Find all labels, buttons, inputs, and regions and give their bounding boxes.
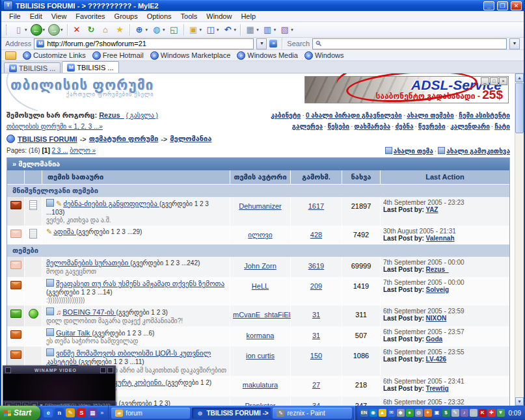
tray-icon-1[interactable]: ◉	[370, 409, 377, 417]
menu-view[interactable]: View	[47, 12, 71, 21]
task-paint[interactable]: ✎reznix - Paint	[273, 408, 351, 419]
toolbar-resize-button[interactable]: ◱	[167, 24, 181, 36]
winamp-minimize-icon[interactable]	[100, 367, 106, 373]
topic-replies-link[interactable]: 428	[310, 231, 322, 239]
tab-2[interactable]: MTBILISIS ...	[62, 61, 118, 73]
quicklaunch-icon-2[interactable]: ✎	[66, 408, 75, 417]
menu-edit[interactable]: Edit	[26, 12, 46, 21]
address-input[interactable]: M http://forum.ge/?showforum=21	[34, 38, 254, 49]
tray-icon-11[interactable]: ♪	[461, 409, 468, 417]
action-new-poll[interactable]: ახალი გამოკითხვა	[446, 148, 510, 155]
menu-help[interactable]: Help	[237, 12, 260, 21]
topic-replies-link[interactable]: 27	[312, 381, 320, 389]
page-scrollbar[interactable]: ▲ ▼	[515, 73, 524, 406]
search-input[interactable]: 🔍︎	[312, 38, 507, 49]
header-link-დახმარება[interactable]: დახმარება	[354, 123, 390, 130]
toolbar-folders-button[interactable]: ▣▾	[187, 24, 204, 36]
tray-icon-0[interactable]: EN	[360, 409, 368, 417]
topic-author-link[interactable]: John Zorn	[244, 262, 276, 270]
username-link[interactable]: Rezus_	[99, 111, 124, 119]
breadcrumb-root[interactable]: TBILISIS FORUMI	[18, 135, 77, 143]
topic-replies-link[interactable]: 3619	[308, 262, 324, 270]
topic-title-link[interactable]: შეაფასეთ თუ რას უსმენს ამჟამად თქვენს ზე…	[56, 280, 224, 287]
topic-author-link[interactable]: ილოვი	[248, 231, 272, 239]
topic-author-link[interactable]: mCvanE_shtaFiEli_	[233, 311, 296, 319]
topic-author-link[interactable]: makulatura	[243, 381, 278, 389]
menu-file[interactable]: File	[5, 12, 25, 21]
last-post-author-link[interactable]: YAZ	[425, 206, 438, 213]
banner-control-2[interactable]: ×	[499, 77, 507, 85]
adsl-banner[interactable]: ADSL-Service სააბონენტო გადასახადი - 25$…	[304, 76, 509, 103]
breadcrumb-leaf[interactable]: მელომანია	[170, 135, 211, 143]
toolbar-tile-windows-button[interactable]: ▥▾	[261, 24, 278, 36]
tray-icon-3[interactable]: ✉	[388, 409, 396, 417]
header-link-წესები[interactable]: წესები	[327, 123, 349, 130]
last-page-link[interactable]: ბოლო »	[70, 147, 96, 154]
breadcrumb-mid[interactable]: თემატური ფორუმი	[89, 135, 158, 143]
header-link-0-ახალი-პირადი-გზავნილები[interactable]: 0 ახალი პირადი გზავნილები	[306, 112, 402, 119]
tray-icon-10[interactable]: ✎	[451, 409, 459, 417]
winamp-video-window[interactable]: WINAMP VIDEO ⊞ 1x 2x ▤ ▼ DShow(MPEG): Vi…	[3, 365, 116, 406]
link-windows-marketplace[interactable]: eWindows Marketplace	[150, 51, 231, 60]
maximize-button[interactable]: ❐	[497, 1, 508, 10]
tray-icon-13[interactable]: K	[479, 409, 487, 417]
tray-icon-8[interactable]: ▣	[433, 409, 441, 417]
toolbar-forward-button[interactable]: →▾	[47, 23, 64, 36]
menu-window[interactable]: Window	[202, 12, 236, 21]
toolbar-refresh-button[interactable]: ↻	[85, 24, 98, 36]
page-links[interactable]: 2 3 ...	[52, 147, 68, 154]
header-link-ჩატი[interactable]: ჩატი	[494, 123, 510, 130]
tray-icon-14[interactable]: ✚	[488, 409, 496, 417]
toolbar-add-group-button[interactable]: ⊕▾	[133, 24, 150, 36]
forum-pages-link[interactable]: თბილისის ფორუმი « 1, 2, 3 ...»	[7, 123, 103, 130]
toolbar-back-button[interactable]: ←▾	[29, 23, 47, 36]
last-post-author-link[interactable]: Goda	[426, 335, 443, 343]
scrollbar-thumb[interactable]	[515, 83, 524, 133]
winamp-close-icon[interactable]	[107, 367, 113, 373]
start-button[interactable]: Start	[0, 406, 40, 420]
last-post-author-link[interactable]: LV-426	[426, 356, 447, 363]
tray-icon-2[interactable]: ▲	[379, 409, 386, 417]
header-link-ჩემი-ასისტენტი[interactable]: ჩემი ასისტენტი	[459, 112, 510, 119]
menu-tools[interactable]: Tools	[177, 12, 202, 21]
link-windows-media[interactable]: eWindows Media	[237, 51, 298, 60]
toolbar-favorites-button[interactable]: ★	[113, 24, 127, 36]
topic-author-link[interactable]: Dehumanizer	[239, 202, 281, 210]
quicklaunch-icon-1[interactable]: n	[55, 408, 64, 417]
toolbar-grid-button[interactable]: ▦▾	[243, 24, 260, 36]
topic-title-link[interactable]: Guitar Talk	[56, 329, 92, 337]
header-link-კალენდარი[interactable]: კალენდარი	[450, 123, 490, 130]
tray-icon-6[interactable]: ◍	[415, 409, 423, 417]
tray-icon-12[interactable]: ◌	[470, 409, 478, 417]
topic-author-link[interactable]: ion curtis	[246, 352, 275, 360]
quicklaunch-icon-4[interactable]: ▦	[88, 408, 97, 417]
tray-icon-5[interactable]: ●	[406, 409, 414, 417]
header-link-გალერეა[interactable]: გალერეა	[292, 123, 323, 130]
topic-replies-link[interactable]: 209	[310, 282, 322, 290]
menu-options[interactable]: Options	[143, 12, 176, 21]
link-windows[interactable]: eWindows	[304, 51, 344, 60]
action-new-topic[interactable]: ახალი თემა	[394, 148, 433, 155]
topic-replies-link[interactable]: 31	[312, 311, 320, 319]
logout-link[interactable]: ( გასვლა )	[126, 112, 158, 119]
toolbar-new-page-button[interactable]: ▯▾	[12, 24, 29, 36]
menu-favorites[interactable]: Favorites	[72, 12, 109, 21]
toolbar-stop-button[interactable]: ✕	[70, 24, 84, 36]
go-icon[interactable]: »	[269, 40, 277, 47]
header-link-ახალი-თემები[interactable]: ახალი თემები	[407, 112, 453, 119]
header-link-წევრები[interactable]: წევრები	[418, 123, 446, 130]
topic-replies-link[interactable]: 31	[312, 332, 320, 339]
tray-icon-9[interactable]: $	[442, 409, 450, 417]
topic-title-link[interactable]: ძებნა-ძიების განყოფილება	[63, 200, 159, 207]
quicklaunch-icon-0[interactable]: e	[44, 408, 53, 417]
banner-control-0[interactable]: _	[481, 77, 489, 85]
winamp-title-bar[interactable]: WINAMP VIDEO	[3, 366, 115, 374]
toolbar-undo-button[interactable]: ↶▾	[221, 24, 238, 36]
minimize-button[interactable]: _	[483, 1, 494, 10]
topic-author-link[interactable]: HeLL	[252, 282, 269, 290]
toolbar-split-screen-button[interactable]: ◫▾	[204, 24, 221, 36]
task-globe[interactable]: ◍TBILISIS FORUMI -> ?...	[192, 408, 271, 419]
topic-title-link[interactable]: BOEING 747-ის	[62, 308, 116, 316]
task-folder[interactable]: ▰forum	[111, 408, 190, 419]
tab-1[interactable]: MTBILISIS ...	[4, 62, 61, 73]
